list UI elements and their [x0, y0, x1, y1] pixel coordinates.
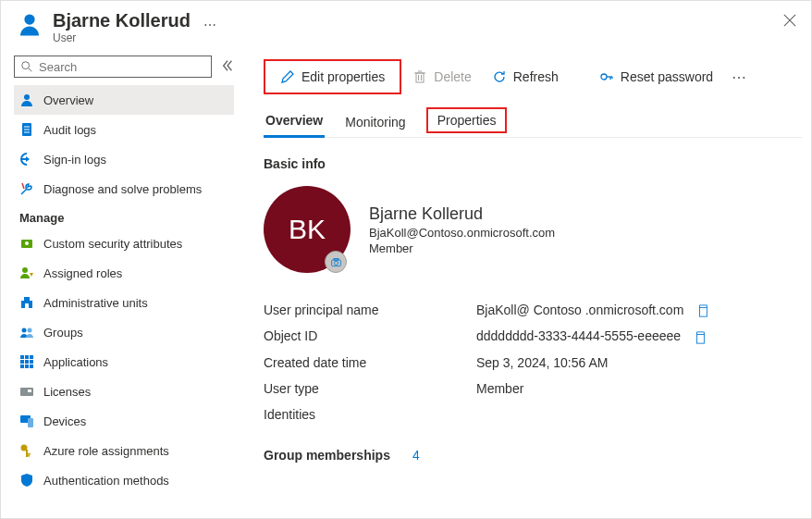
- profile-email: BjaKoll@Contoso.onmicrosoft.com: [369, 226, 555, 240]
- usertype-label: User type: [264, 381, 476, 396]
- group-memberships-count[interactable]: 4: [412, 448, 420, 463]
- user-icon: [16, 10, 43, 38]
- header: Bjarne Kollerud User ⋯: [1, 1, 811, 52]
- refresh-button[interactable]: Refresh: [483, 65, 568, 89]
- copy-oid-button[interactable]: [694, 331, 707, 344]
- tab-properties[interactable]: Properties: [437, 113, 497, 128]
- svg-rect-32: [28, 455, 30, 457]
- svg-point-10: [22, 267, 28, 273]
- svg-rect-20: [25, 360, 29, 364]
- highlight-properties: Properties: [426, 107, 508, 133]
- svg-rect-45: [700, 308, 707, 317]
- profile-card: BK Bjarne Kollerud BjaKoll@Contoso.onmic…: [264, 186, 802, 273]
- sidebar-item-label: Devices: [43, 414, 86, 428]
- sidebar-item-diagnose[interactable]: Diagnose and solve problems: [14, 174, 234, 204]
- sidebar-item-label: Sign-in logs: [43, 153, 106, 167]
- change-photo-button[interactable]: [325, 251, 347, 273]
- collapse-sidebar-button[interactable]: [221, 59, 234, 75]
- svg-point-14: [22, 328, 27, 333]
- camera-icon: [330, 256, 342, 268]
- tab-bar: Overview Monitoring Properties: [264, 107, 802, 138]
- edit-properties-button[interactable]: Edit properties: [271, 65, 394, 89]
- security-icon: [19, 236, 34, 251]
- devices-icon: [19, 414, 34, 428]
- identities-label: Identities: [264, 407, 476, 422]
- svg-rect-21: [30, 360, 33, 364]
- svg-rect-31: [28, 453, 31, 455]
- key-icon: [599, 69, 614, 84]
- svg-rect-18: [30, 355, 33, 359]
- main-content: Edit properties Delete Refresh Reset pas…: [243, 52, 811, 518]
- trash-icon: [412, 69, 427, 84]
- page-title: Bjarne Kollerud: [53, 10, 191, 31]
- svg-rect-26: [28, 389, 31, 392]
- copy-upn-button[interactable]: [696, 304, 709, 317]
- svg-rect-13: [25, 303, 29, 308]
- usertype-value: Member: [476, 381, 709, 396]
- svg-rect-16: [20, 355, 24, 359]
- roles-icon: [19, 266, 34, 280]
- svg-point-9: [25, 241, 29, 245]
- identities-value: [476, 407, 709, 422]
- license-icon: [19, 384, 34, 399]
- svg-point-3: [24, 94, 30, 100]
- svg-rect-12: [24, 297, 30, 301]
- shield-icon: [19, 473, 34, 488]
- sidebar-item-label: Applications: [43, 355, 108, 369]
- svg-point-0: [24, 14, 34, 24]
- apps-icon: [19, 354, 34, 369]
- sidebar-item-applications[interactable]: Applications: [14, 347, 234, 377]
- signin-icon: [19, 152, 34, 167]
- sidebar-item-label: Overview: [43, 93, 93, 107]
- header-more-button[interactable]: ⋯: [203, 18, 217, 32]
- sidebar-item-signin-logs[interactable]: Sign-in logs: [14, 144, 234, 174]
- details-list: User principal name BjaKoll@ Contoso .on…: [264, 291, 709, 433]
- created-label: Created date time: [264, 355, 476, 370]
- svg-rect-19: [20, 360, 24, 364]
- sidebar-item-groups[interactable]: Groups: [14, 317, 234, 347]
- upn-label: User principal name: [264, 303, 476, 317]
- copy-icon: [696, 304, 709, 317]
- sidebar-item-custom-security[interactable]: Custom security attributes: [14, 229, 234, 258]
- sidebar-item-label: Audit logs: [43, 123, 96, 137]
- reset-password-button[interactable]: Reset password: [590, 65, 722, 89]
- search-field[interactable]: [39, 60, 205, 74]
- admin-units-icon: [19, 295, 34, 310]
- sidebar-item-devices[interactable]: Devices: [14, 406, 234, 436]
- svg-rect-46: [696, 334, 704, 343]
- sidebar: Overview Audit logs Sign-in logs Diagnos…: [1, 52, 243, 518]
- groups-icon: [19, 325, 34, 340]
- oid-value: dddddddd-3333-4444-5555-eeeeee: [476, 328, 681, 343]
- sidebar-item-assigned-roles[interactable]: Assigned roles: [14, 258, 234, 288]
- sidebar-item-azure-roles[interactable]: Azure role assignments: [14, 436, 234, 465]
- sidebar-item-label: Groups: [43, 326, 83, 340]
- close-button[interactable]: [783, 12, 796, 31]
- sidebar-item-label: Assigned roles: [43, 266, 122, 280]
- svg-point-43: [334, 261, 338, 265]
- svg-line-2: [29, 68, 32, 72]
- upn-value: BjaKoll@ Contoso .onmicrosoft.com: [476, 303, 683, 317]
- toolbar-more-button[interactable]: ⋯: [724, 68, 755, 86]
- sidebar-item-overview[interactable]: Overview: [14, 85, 234, 115]
- sidebar-item-label: Custom security attributes: [43, 237, 182, 251]
- tab-monitoring[interactable]: Monitoring: [343, 109, 407, 137]
- search-input[interactable]: [14, 56, 212, 78]
- sidebar-item-audit-logs[interactable]: Audit logs: [14, 115, 234, 144]
- sidebar-item-label: Authentication methods: [43, 474, 169, 488]
- person-icon: [19, 93, 34, 107]
- delete-button[interactable]: Delete: [403, 65, 480, 89]
- svg-point-1: [22, 62, 30, 69]
- tab-overview[interactable]: Overview: [264, 107, 325, 138]
- svg-rect-30: [26, 450, 28, 457]
- svg-rect-22: [20, 365, 24, 368]
- svg-rect-17: [25, 355, 29, 359]
- profile-member: Member: [369, 241, 555, 255]
- sidebar-item-admin-units[interactable]: Administrative units: [14, 288, 234, 317]
- sidebar-item-auth-methods[interactable]: Authentication methods: [14, 465, 234, 495]
- sidebar-item-licenses[interactable]: Licenses: [14, 377, 234, 406]
- sidebar-section-manage: Manage: [14, 204, 234, 229]
- copy-icon: [694, 331, 707, 344]
- pencil-icon: [280, 69, 295, 84]
- key-icon: [19, 443, 34, 458]
- search-icon: [20, 60, 33, 73]
